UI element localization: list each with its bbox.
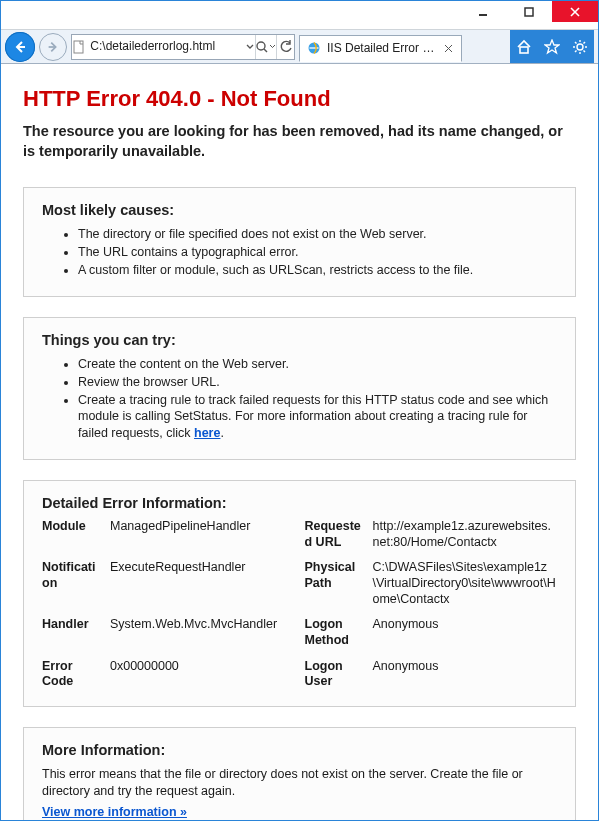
tab-strip: IIS Detailed Error - 404.... <box>299 33 506 61</box>
detail-key: Handler <box>42 617 100 633</box>
detail-value: C:\DWASFiles\Sites\example1z\VirtualDire… <box>373 560 558 607</box>
try-panel: Things you can try: Create the content o… <box>23 317 576 460</box>
more-info-link[interactable]: View more information » <box>42 805 187 819</box>
tools-button[interactable] <box>566 33 594 61</box>
detail-value: ManagedPipelineHandler <box>110 519 295 535</box>
more-info-title: More Information: <box>42 742 557 758</box>
detail-key: Logon User <box>305 659 363 690</box>
detail-value: System.Web.Mvc.MvcHandler <box>110 617 295 633</box>
details-grid: Module ManagedPipelineHandler Requested … <box>42 519 557 690</box>
try-list: Create the content on the Web server. Re… <box>62 356 557 442</box>
causes-title: Most likely causes: <box>42 202 557 218</box>
detail-key: Requested URL <box>305 519 363 550</box>
address-input[interactable] <box>86 35 244 57</box>
back-arrow-icon <box>12 39 28 55</box>
document-body: HTTP Error 404.0 - Not Found The resourc… <box>1 64 598 820</box>
causes-panel: Most likely causes: The directory or fil… <box>23 187 576 297</box>
svg-point-7 <box>257 42 265 50</box>
svg-line-8 <box>264 49 267 52</box>
minimize-button[interactable] <box>460 1 506 22</box>
more-info-body: This error means that the file or direct… <box>42 766 557 800</box>
svg-point-14 <box>577 44 583 50</box>
svg-rect-12 <box>520 47 528 53</box>
maximize-icon <box>524 7 534 17</box>
detail-value: Anonymous <box>373 617 558 633</box>
search-icon <box>255 40 269 54</box>
navbar: IIS Detailed Error - 404.... <box>1 30 598 64</box>
close-icon <box>444 44 453 53</box>
svg-rect-0 <box>479 14 487 16</box>
favorites-button[interactable] <box>538 33 566 61</box>
svg-line-19 <box>575 42 577 44</box>
forward-arrow-icon <box>46 40 60 54</box>
list-item: Create a tracing rule to track failed re… <box>78 392 557 443</box>
svg-rect-1 <box>525 8 533 16</box>
command-bar <box>510 30 594 63</box>
home-icon <box>516 39 532 55</box>
maximize-button[interactable] <box>506 1 552 22</box>
svg-marker-13 <box>545 40 559 53</box>
tab-title: IIS Detailed Error - 404.... <box>327 41 437 55</box>
gear-icon <box>572 39 588 55</box>
list-item: Review the browser URL. <box>78 374 557 391</box>
chevron-down-icon <box>246 43 254 51</box>
detail-value: 0x00000000 <box>110 659 295 675</box>
refresh-icon <box>279 40 293 54</box>
detail-key: Logon Method <box>305 617 363 648</box>
detail-key: Notification <box>42 560 100 591</box>
chevron-down-icon <box>269 43 276 50</box>
error-heading: HTTP Error 404.0 - Not Found <box>23 86 576 112</box>
list-item: The URL contains a typographical error. <box>78 244 557 261</box>
detail-value: Anonymous <box>373 659 558 675</box>
tab-active[interactable]: IIS Detailed Error - 404.... <box>299 35 462 62</box>
close-tab-button[interactable] <box>442 42 455 55</box>
detail-key: Physical Path <box>305 560 363 591</box>
tracing-suffix: . <box>220 426 223 440</box>
error-summary: The resource you are looking for has bee… <box>23 122 576 161</box>
address-dropdown[interactable] <box>244 35 254 59</box>
page-icon <box>72 35 86 59</box>
detail-value: http://example1z.azurewebsites.net:80/Ho… <box>373 519 558 550</box>
refresh-button[interactable] <box>277 35 294 59</box>
titlebar <box>1 1 598 30</box>
details-panel: Detailed Error Information: Module Manag… <box>23 480 576 707</box>
close-icon <box>570 7 580 17</box>
search-button[interactable] <box>255 35 276 59</box>
detail-key: Error Code <box>42 659 100 690</box>
star-icon <box>544 39 560 55</box>
svg-line-20 <box>584 50 586 52</box>
more-info-panel: More Information: This error means that … <box>23 727 576 820</box>
tracing-text: Create a tracing rule to track failed re… <box>78 393 548 441</box>
svg-line-22 <box>584 42 586 44</box>
address-bar <box>71 34 295 60</box>
ie-logo-icon <box>306 40 322 56</box>
list-item: A custom filter or module, such as URLSc… <box>78 262 557 279</box>
list-item: Create the content on the Web server. <box>78 356 557 373</box>
causes-list: The directory or file specified does not… <box>62 226 557 279</box>
forward-button[interactable] <box>39 33 67 61</box>
minimize-icon <box>478 7 488 17</box>
list-item: The directory or file specified does not… <box>78 226 557 243</box>
ie-window: IIS Detailed Error - 404.... HTTP Error … <box>0 0 599 821</box>
try-title: Things you can try: <box>42 332 557 348</box>
detail-value: ExecuteRequestHandler <box>110 560 295 576</box>
close-window-button[interactable] <box>552 1 598 22</box>
detail-key: Module <box>42 519 100 535</box>
svg-line-21 <box>575 50 577 52</box>
svg-rect-6 <box>74 41 83 53</box>
home-button[interactable] <box>510 33 538 61</box>
details-title: Detailed Error Information: <box>42 495 557 511</box>
tracing-link[interactable]: here <box>194 426 220 440</box>
back-button[interactable] <box>5 32 35 62</box>
